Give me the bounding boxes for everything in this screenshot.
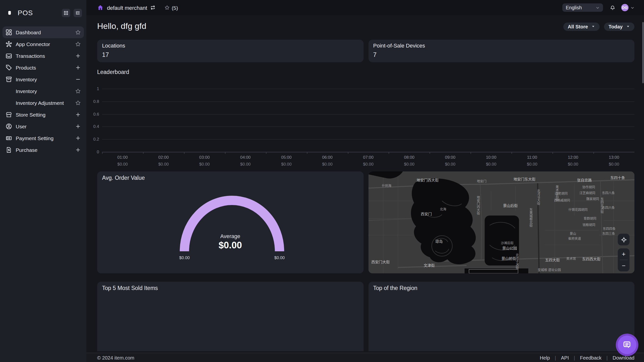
avatar[interactable]: DG — [621, 4, 628, 11]
language-select[interactable]: English — [562, 3, 603, 12]
storefront-icon — [6, 111, 12, 118]
favorite-star-icon[interactable] — [75, 29, 81, 35]
x-axis-tick: 09:00 $0.00 — [430, 155, 471, 167]
sidebar-item-label: Dashboard — [16, 29, 72, 35]
map-label: 什锦花园胡同 — [568, 207, 588, 212]
sidebar-item-label: Inventory Adjustment — [16, 100, 72, 106]
map-label: 美术馆 — [566, 256, 576, 261]
page-title: Hello, dfg gfd — [97, 21, 146, 31]
y-tick-label: 1 — [89, 86, 99, 91]
map-locate-button[interactable] — [618, 234, 630, 245]
map-label: 东四北大街 — [599, 197, 604, 213]
date-filter-dropdown[interactable]: Today — [604, 22, 634, 31]
gridline — [102, 114, 634, 114]
pos-devices-card: Point-of-Sale Devices 7 — [368, 40, 634, 62]
sidebar-item-label: Store Setting — [16, 112, 72, 118]
merchant-name[interactable]: default merchant — [107, 5, 147, 10]
footer-link[interactable]: API — [550, 355, 569, 360]
x-tick-amount: $0.00 — [348, 162, 389, 167]
x-axis: 01:00 $0.00 02:00 $0.00 03:00 $0.0 — [102, 155, 634, 167]
receipt-icon — [6, 147, 12, 153]
sidebar-item-dashboard[interactable]: Dashboard — [2, 26, 84, 38]
x-tick-amount: $0.00 — [430, 162, 471, 167]
map-label: 魏家胡同 — [586, 196, 599, 201]
collapse-sidebar-button[interactable] — [74, 8, 82, 17]
map-zoom-out-button[interactable]: − — [618, 260, 630, 271]
notifications-bell-icon[interactable] — [610, 5, 615, 10]
map-label: 东四八条 — [602, 190, 615, 195]
map-label: 崔府夹道 — [568, 236, 581, 240]
sidebar-item-inventory[interactable]: Inventory — [2, 73, 84, 85]
sidebar-item-inventory-adjustment[interactable]: Inventory Adjustment — [2, 97, 84, 109]
sidebar-item-label: Transactions — [16, 53, 72, 59]
switch-merchant-icon[interactable] — [150, 5, 156, 10]
map-label: 北海 — [440, 206, 446, 211]
x-tick-time: 04:00 — [225, 155, 266, 160]
x-tick-time: 11:00 — [512, 155, 552, 160]
map-card[interactable]: 地安门西大街 地安门 地安门东大街 张自忠路 东四十条 什刹海 协作胡同 — [368, 172, 634, 273]
sidebar-item-inventory-sub[interactable]: Inventory — [2, 85, 84, 97]
chevron-down-icon — [596, 6, 600, 9]
footer-link[interactable]: Help — [540, 355, 550, 360]
x-axis-line — [102, 152, 634, 154]
footer-link[interactable]: Feedback — [569, 355, 602, 360]
favorite-star-icon[interactable] — [75, 41, 81, 47]
scrollbar-thumb[interactable] — [642, 22, 644, 83]
map-label: 景山后街 — [503, 202, 518, 208]
dashboard-icon — [6, 29, 12, 36]
map-label: 北河沿大街 — [536, 189, 540, 205]
expand-plus-icon[interactable] — [75, 112, 81, 118]
sidebar-item-transactions[interactable]: Transactions — [2, 50, 84, 62]
x-tick-amount: $0.00 — [594, 162, 634, 167]
account-chevron-down-icon[interactable] — [630, 6, 634, 9]
x-tick-amount: $0.00 — [389, 162, 430, 167]
x-tick-time: 08:00 — [389, 155, 430, 160]
x-tick-time: 03:00 — [184, 155, 225, 160]
apps-grid-button[interactable] — [62, 8, 70, 17]
expand-plus-icon[interactable] — [75, 53, 81, 59]
sidebar-item-payment-setting[interactable]: Payment Setting — [2, 132, 84, 144]
expand-plus-icon[interactable] — [75, 135, 81, 141]
map-label: 东四西大街 — [582, 256, 600, 261]
gauge-arc — [97, 172, 363, 273]
expand-plus-icon[interactable] — [75, 123, 81, 129]
favorites-group[interactable]: (5) — [164, 5, 178, 10]
x-tick-amount: $0.00 — [143, 162, 184, 167]
x-tick-amount: $0.00 — [470, 162, 512, 167]
y-tick-label: 0 — [89, 149, 99, 154]
map-label: 什刹海 — [382, 183, 391, 188]
banknote-icon — [6, 135, 12, 142]
home-icon[interactable] — [97, 4, 104, 11]
filters: All Store Today — [563, 22, 634, 31]
map-label: 北池子大街 — [514, 253, 519, 269]
locations-title: Locations — [102, 43, 358, 49]
gridline — [102, 89, 634, 89]
map-label: 地安门东大街 — [514, 176, 536, 181]
collapse-minus-icon[interactable] — [75, 76, 81, 82]
sidebar-item-label: Inventory — [16, 88, 72, 94]
gauge-min-label: $0.00 — [179, 255, 190, 260]
sidebar-item-user[interactable]: User — [2, 121, 84, 132]
store-filter-dropdown[interactable]: All Store — [563, 22, 600, 31]
sidebar-item-store-setting[interactable]: Store Setting — [2, 109, 84, 121]
x-axis-tick: 05:00 $0.00 — [266, 155, 307, 167]
x-axis-tick: 01:00 $0.00 — [102, 155, 143, 167]
map-label: 东四十条 — [610, 175, 625, 180]
star-icon[interactable] — [164, 5, 170, 10]
locate-icon — [620, 236, 627, 243]
chat-fab-button[interactable] — [616, 334, 638, 356]
mid-row: Avg. Order Value Average $0.00 $0.00 $0.… — [97, 172, 634, 273]
map-label: 文津街 — [424, 263, 435, 268]
map-label: 协作胡同 — [582, 184, 595, 189]
favorite-star-icon[interactable] — [75, 88, 81, 94]
map-zoom-in-button[interactable]: + — [618, 248, 630, 260]
sidebar-item-purchase[interactable]: Purchase — [2, 144, 84, 156]
sidebar-item-app-connector[interactable]: App Connector — [2, 38, 84, 50]
favorites-count: (5) — [172, 5, 178, 10]
expand-plus-icon[interactable] — [75, 147, 81, 153]
expand-plus-icon[interactable] — [75, 65, 81, 71]
favorite-star-icon[interactable] — [75, 100, 81, 106]
x-tick-amount: $0.00 — [512, 162, 552, 167]
tag-icon — [6, 64, 12, 71]
sidebar-item-products[interactable]: Products — [2, 62, 84, 73]
